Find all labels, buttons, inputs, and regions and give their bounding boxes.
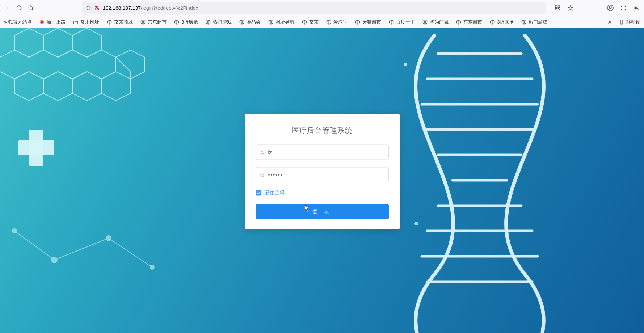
lock-icon [259,172,265,177]
svg-marker-38 [72,72,101,101]
globe-icon [388,19,394,25]
remember-checkbox[interactable] [256,190,261,195]
svg-point-47 [106,236,111,241]
undo-icon[interactable] [632,4,640,12]
remember-label[interactable]: 记住密码 [264,189,285,196]
star-icon[interactable] [567,4,574,12]
svg-rect-4 [555,8,557,10]
username-input[interactable] [256,144,389,160]
bookmark-item[interactable]: 百度一下 [388,17,416,27]
globe-icon [140,19,146,25]
svg-marker-39 [101,72,130,101]
svg-marker-7 [568,5,573,10]
globe-icon [521,19,527,25]
bookmark-item[interactable]: 华为商城 [421,17,449,27]
globe-icon [489,19,495,25]
bookmark-item[interactable]: 热门游戏 [205,17,232,27]
bookmark-label: 天猫超市 [362,19,381,25]
svg-point-11 [41,21,43,23]
bookmark-item[interactable]: 京东商城 [106,17,134,27]
account-icon[interactable] [606,4,614,12]
login-card: 医疗后台管理系统 记住密码 登 录 [245,114,400,229]
mobile-icon [619,19,624,25]
password-input[interactable] [256,167,389,182]
bookmarks-bar: 火狐官方站点 新手上路 常用网址 京东商城 京东超市 3折疯抢 热门游戏 唯品会… [0,16,644,28]
svg-point-8 [609,6,611,8]
bookmark-item[interactable]: 京东超市 [139,17,167,27]
firefox-icon [39,19,45,25]
bookmark-label: 京东超市 [148,19,167,25]
bookmark-item[interactable]: 3折疯抢 [173,17,199,27]
address-bar[interactable]: 192.168.187.137/login?redirect=%2Findex [82,2,546,14]
svg-marker-35 [116,50,145,79]
bookmark-label: 热门游戏 [529,19,547,25]
bookmark-label: 京东 [309,19,319,25]
bookmark-label: 3折疯抢 [497,19,514,25]
page-content: 医疗后台管理系统 记住密码 登 录 [0,28,644,333]
bookmark-item[interactable]: 热门游戏 [520,17,548,27]
user-icon [259,149,265,155]
nav-forward-icon [4,4,12,12]
bookmark-item[interactable]: 京东 [301,17,319,27]
folder-icon [73,19,79,25]
bookmark-item[interactable]: 唯品会 [238,17,261,27]
bookmark-item[interactable]: 京东超市 [455,17,483,27]
svg-marker-28 [14,28,43,57]
svg-point-63 [261,151,263,152]
bookmark-label: 常用网址 [80,19,99,25]
home-icon[interactable] [27,4,35,12]
bookmark-item[interactable]: 爱淘宝 [325,17,348,27]
svg-rect-64 [260,174,263,177]
bookmark-label: 3折疯抢 [181,19,198,25]
bookmark-item-mobile[interactable]: 移动设 [618,17,641,27]
globe-icon [355,19,361,25]
svg-marker-29 [43,28,72,57]
svg-marker-37 [43,72,72,101]
svg-rect-41 [18,140,54,155]
bookmark-item[interactable]: 火狐官方站点 [3,17,33,27]
svg-rect-3 [558,6,560,8]
url-text: 192.168.187.137/login?redirect=%2Findex [103,5,198,11]
svg-line-44 [109,238,152,267]
shield-icon [85,5,91,11]
qr-icon[interactable] [553,4,561,12]
globe-icon [174,19,180,25]
globe-icon [302,19,307,25]
password-input-wrap [256,167,389,182]
bookmark-label: 京东超市 [463,19,482,25]
bookmark-item[interactable]: 天猫超市 [354,17,382,27]
login-button[interactable]: 登 录 [256,204,389,219]
svg-rect-6 [559,9,560,10]
svg-marker-33 [58,50,87,79]
svg-rect-2 [555,6,557,8]
bookmark-label: 移动设 [626,19,640,25]
bookmark-item[interactable]: 3折疯抢 [489,17,514,27]
bookmark-label: 百度一下 [396,19,415,25]
bookmark-item[interactable]: 新手上路 [38,17,66,27]
reload-icon[interactable] [15,4,23,12]
remember-row: 记住密码 [256,189,389,196]
screenshot-icon[interactable] [619,4,627,12]
svg-line-43 [54,238,109,260]
svg-point-46 [51,257,57,263]
bookmark-item[interactable]: 常用网址 [72,17,100,27]
svg-marker-32 [29,50,58,79]
bookmark-item[interactable]: 网址导航 [267,17,295,27]
globe-icon [106,19,112,25]
svg-marker-31 [0,50,29,79]
globe-icon [422,19,428,25]
svg-point-48 [150,265,154,269]
svg-point-62 [414,222,418,225]
bookmarks-overflow-icon[interactable] [606,18,614,26]
globe-icon [326,19,332,25]
svg-point-59 [404,63,407,66]
svg-rect-40 [29,130,43,166]
svg-point-45 [12,229,17,233]
globe-icon [268,19,274,25]
browser-toolbar: 192.168.187.137/login?redirect=%2Findex [0,0,644,16]
login-title: 医疗后台管理系统 [256,125,389,135]
bookmark-label: 爱淘宝 [333,19,348,25]
bookmark-label: 京东商城 [114,19,133,25]
bookmark-label: 网址导航 [275,19,294,25]
bookmark-label: 热门游戏 [213,19,232,25]
